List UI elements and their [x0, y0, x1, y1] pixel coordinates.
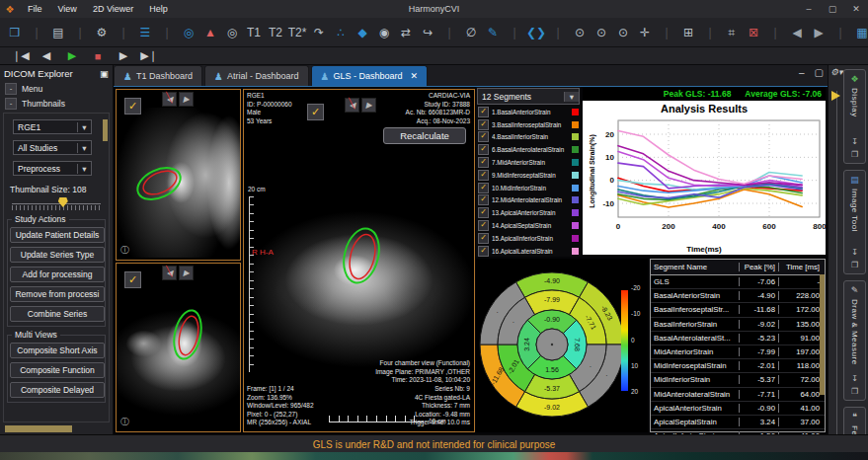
tab-atrial-dashboard[interactable]: ♟ Atrial - Dashboard	[204, 65, 309, 86]
mute-speaker-icon[interactable]: ◀╲	[162, 92, 177, 107]
clear-selection-icon[interactable]: ⊠	[743, 21, 764, 44]
segments-count-dropdown[interactable]: 12 Segments ▾	[477, 88, 580, 105]
vertical-scrollbar-thumb[interactable]	[103, 119, 108, 141]
mouse-pan-icon[interactable]: ✛	[634, 21, 656, 44]
chevron-down-icon[interactable]: ▾	[77, 143, 91, 153]
mouse-window-icon[interactable]: ⊙	[569, 21, 591, 44]
table-row[interactable]: MidInferoseptalStrain -2.01 118.00	[651, 359, 825, 373]
table-row[interactable]: ApicalAnteriorStrain -0.90 41.00	[651, 402, 825, 416]
collapse-icon[interactable]: -	[5, 98, 17, 110]
segment-list-item[interactable]: ✓ 6.BasalAnterolateralStrain	[476, 143, 581, 156]
table-row[interactable]: BasalInferoseptalStr... -11.68 172.00	[651, 303, 825, 317]
table-row[interactable]: BasalAnterolateralSt... -5.23 91.00	[651, 332, 825, 345]
menu-view[interactable]: View	[50, 4, 85, 14]
t2star-map-icon[interactable]: T2*	[286, 21, 308, 44]
segment-list-item[interactable]: ✓ 10.MidInferiorStrain	[476, 182, 581, 194]
sidebar-section-menu[interactable]: - Menu	[0, 81, 113, 96]
table-row[interactable]: BasalAnteriorStrain -4.90 228.00	[651, 289, 825, 303]
segment-checkbox[interactable]: ✓	[478, 183, 489, 193]
segment-list-item[interactable]: ✓ 3.BasalInferoseptalStrain	[476, 118, 581, 131]
segment-list-item[interactable]: ✓ 15.ApicalInferiorStrain	[476, 232, 581, 245]
play-button[interactable]: ▶	[59, 48, 85, 64]
search-points2-icon[interactable]: ◎	[221, 21, 243, 44]
separator[interactable]: |	[547, 21, 569, 44]
side-panel-tab[interactable]: ❖ Display ↧ ❐	[843, 69, 866, 164]
play-cine-icon[interactable]: ▶	[179, 266, 194, 280]
t2-map-icon[interactable]: T2	[265, 21, 286, 44]
study-action-button[interactable]: Update Series Type	[10, 247, 105, 263]
column-header-segment-name[interactable]: Segment Name	[651, 263, 740, 271]
side-panel-tab[interactable]: ▤ Image Tool ↧ ❐	[843, 170, 866, 274]
segment-checkbox[interactable]: ✓	[478, 107, 489, 117]
marker-icon[interactable]: ✎	[482, 21, 504, 44]
report-icon[interactable]: ▤	[47, 21, 69, 44]
hide-overlay-icon[interactable]: ∅	[460, 21, 482, 44]
segment-list-item[interactable]: ✓ 14.ApicalSeptalStrain	[476, 219, 581, 232]
four-chamber-main-mri-image[interactable]	[244, 184, 474, 376]
close-button[interactable]: ✕	[844, 0, 868, 18]
previous-frame-button[interactable]: ◀	[34, 48, 59, 64]
mouse-select-icon[interactable]: ⊙	[591, 21, 612, 44]
separator[interactable]: |	[156, 21, 178, 44]
t1-map-icon[interactable]: T1	[243, 21, 265, 44]
dock-panel-icon[interactable]: ▣	[100, 68, 109, 79]
info-icon[interactable]: ⓘ	[120, 244, 129, 257]
histogram-icon[interactable]: ▲	[199, 21, 221, 44]
menu-help[interactable]: Help	[141, 4, 176, 14]
series-filter-dropdown[interactable]: RGE1 ▾	[13, 119, 92, 134]
table-row[interactable]: MidAnterolateralStrain -7.71 64.00	[651, 388, 825, 402]
study-action-button[interactable]: Add for processing	[10, 267, 105, 282]
anchor-export-icon[interactable]: ↪	[417, 21, 438, 44]
two-chamber-view-panel[interactable]: ◀╲ ▶ ✓ ⓘ	[116, 89, 241, 261]
segment-checkbox[interactable]: ✓	[478, 220, 489, 231]
main-viewer-panel[interactable]: RGE1ID: P-00000060Male53 Years CARDIAC-V…	[243, 89, 475, 432]
separator[interactable]: |	[829, 21, 851, 44]
chevron-down-icon[interactable]: ▾	[564, 92, 579, 102]
chevron-down-icon[interactable]: ▾	[77, 164, 91, 174]
tab-t1-dashboard[interactable]: ♟ T1 Dashboard	[114, 65, 202, 86]
right-strip-slider-track[interactable]	[836, 91, 837, 460]
include-series-checkbox[interactable]: ✓	[124, 98, 141, 115]
next-frame-button[interactable]: ▶	[111, 48, 136, 64]
close-tab-icon[interactable]: ✕	[411, 71, 419, 81]
separator[interactable]: |	[69, 21, 91, 44]
tab-gls-dashboard[interactable]: ♟ GLS - Dashboard ✕	[311, 65, 429, 86]
separator[interactable]: |	[26, 21, 47, 44]
separator[interactable]: |	[504, 21, 525, 44]
export-settings-icon[interactable]: ⚙	[91, 21, 113, 44]
pin-icon[interactable]: ↧	[851, 137, 858, 146]
multi-view-button[interactable]: Composite Short Axis	[10, 343, 105, 358]
play-cine-icon[interactable]: ▶	[179, 92, 194, 107]
segment-curve-icon[interactable]: ↷	[308, 21, 330, 44]
segment-list-item[interactable]: ✓ 4.BasalInferiorStrain	[476, 131, 581, 144]
process-filter-dropdown[interactable]: Preprocess ▾	[13, 161, 92, 176]
first-frame-button[interactable]: ❘◀	[8, 48, 34, 64]
two-chamber-mri-image[interactable]	[117, 108, 240, 258]
column-header-time[interactable]: Time [ms]	[779, 263, 823, 271]
composite-image-icon[interactable]: ▦	[851, 21, 868, 44]
menu-2d-viewer[interactable]: 2D Viewer	[85, 4, 141, 14]
anchor-swap-icon[interactable]: ⇄	[395, 21, 417, 44]
segment-checkbox[interactable]: ✓	[478, 246, 489, 257]
sidebar-section-thumbnails[interactable]: - Thumbnails	[0, 96, 113, 111]
thumbnail-size-slider[interactable]	[12, 197, 101, 211]
table-row[interactable]: ApicalSeptalStrain 3.24 37.00	[651, 416, 825, 429]
search-points-icon[interactable]: ◎	[178, 21, 199, 44]
dashboard-maximize-button[interactable]: ▢	[815, 67, 824, 78]
segment-list-item[interactable]: ✓ 12.MidAnterolateralStrain	[476, 194, 581, 207]
dashboard-minimize-button[interactable]: –	[799, 67, 805, 78]
anchor-search-icon[interactable]: ◉	[373, 21, 395, 44]
segment-list-item[interactable]: ✓ 13.ApicalAnteriorStrain	[476, 206, 581, 219]
undock-icon[interactable]: ❐	[851, 387, 858, 396]
separator[interactable]: |	[656, 21, 677, 44]
multi-view-button[interactable]: Composite Delayed	[10, 382, 105, 398]
segment-list-item[interactable]: ✓ 9.MidInferoseptalStrain	[476, 169, 581, 182]
table-row[interactable]: MidInferiorStrain -5.37 72.00	[651, 373, 825, 387]
four-chamber-mri-image[interactable]	[117, 281, 240, 429]
study-action-button[interactable]: Combine Series	[10, 306, 105, 322]
mouse-stack-icon[interactable]: ⊙	[612, 21, 634, 44]
include-series-checkbox[interactable]: ✓	[124, 271, 141, 288]
table-row[interactable]: MidAnteriorStrain -7.99 197.00	[651, 345, 825, 359]
database-icon[interactable]: ☰	[134, 21, 156, 44]
info-icon[interactable]: ⓘ	[120, 416, 129, 428]
